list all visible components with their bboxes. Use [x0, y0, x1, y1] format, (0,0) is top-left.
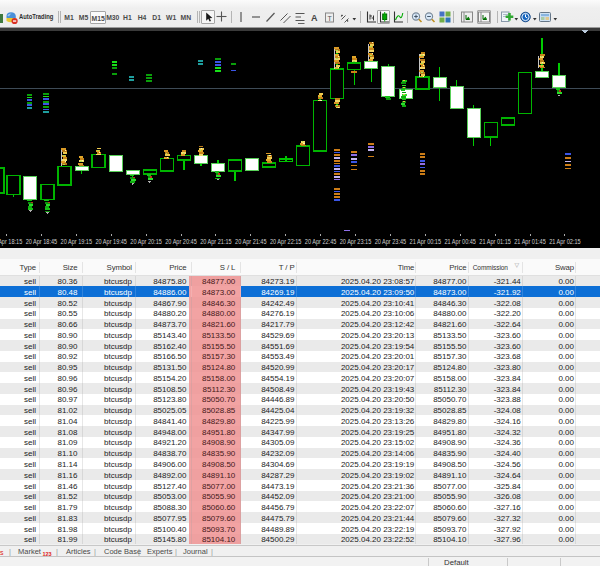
svg-text:20 Apr 23:15: 20 Apr 23:15 [340, 238, 372, 246]
svg-text:20 Apr 19:45: 20 Apr 19:45 [95, 238, 127, 246]
svg-text:T: T [328, 15, 333, 22]
svg-text:21 Apr 01:15: 21 Apr 01:15 [479, 238, 511, 246]
svg-text:20 Apr 19:15: 20 Apr 19:15 [61, 238, 93, 246]
svg-text:20 Apr 20:45: 20 Apr 20:45 [165, 238, 197, 246]
svg-text:20 Apr 21:15: 20 Apr 21:15 [200, 238, 232, 246]
svg-text:21 Apr 01:45: 21 Apr 01:45 [514, 238, 546, 246]
svg-text:20 Apr 20:15: 20 Apr 20:15 [130, 238, 162, 246]
svg-text:20 Apr 21:45: 20 Apr 21:45 [235, 238, 267, 246]
svg-text:21 Apr 00:45: 21 Apr 00:45 [444, 238, 476, 246]
svg-text:20 Apr 18:45: 20 Apr 18:45 [26, 238, 58, 246]
svg-text:20 Apr 22:15: 20 Apr 22:15 [270, 238, 302, 246]
svg-text:20 Apr 22:45: 20 Apr 22:45 [305, 238, 337, 246]
svg-text:21 Apr 02:15: 21 Apr 02:15 [549, 238, 581, 246]
svg-text:A: A [311, 13, 318, 23]
svg-text:21 Apr 00:15: 21 Apr 00:15 [410, 238, 442, 246]
svg-text:20 Apr 23:45: 20 Apr 23:45 [375, 238, 407, 246]
svg-text:20 Apr 18:15: 20 Apr 18:15 [0, 238, 22, 246]
